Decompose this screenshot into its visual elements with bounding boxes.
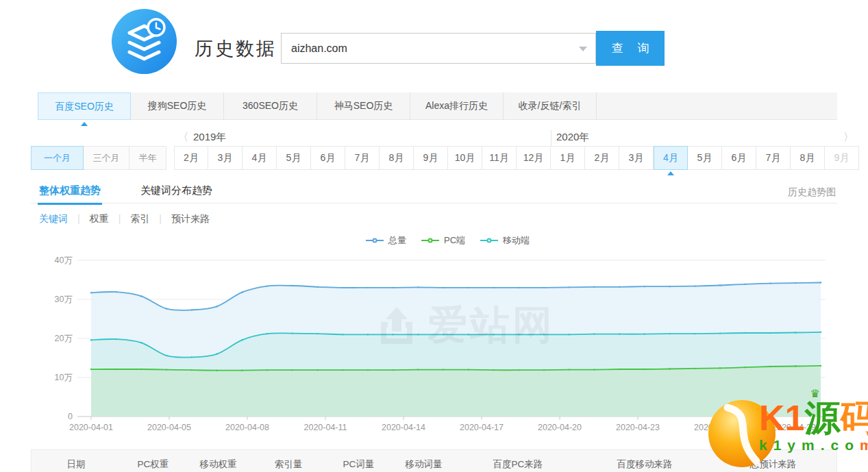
point-PC端 <box>317 369 318 371</box>
x-axis-label: 2020-04-29 <box>772 423 816 432</box>
month-2019年-6月[interactable]: 6月 <box>311 146 345 170</box>
search-input[interactable] <box>282 34 595 63</box>
month-selector: 2月3月4月5月6月7月8月9月10月11月12月1月2月3月4月5月6月7月8… <box>174 146 859 170</box>
legend-item-PC端[interactable]: PC端 <box>421 234 465 247</box>
y-axis-label: 30万 <box>55 295 73 304</box>
area-PC端 <box>91 366 821 417</box>
filter-预计来路[interactable]: 预计来路 <box>171 213 210 224</box>
point-移动端 <box>292 332 293 334</box>
filter-separator: | <box>77 213 80 224</box>
month-2019年-2月[interactable]: 2月 <box>174 146 208 170</box>
range-option-半年[interactable]: 半年 <box>129 146 166 170</box>
point-PC端 <box>644 369 645 370</box>
main-tabs: 百度SEO历史搜狗SEO历史360SEO历史神马SEO历史Alexa排行历史收录… <box>38 92 837 120</box>
month-2020年-4月[interactable]: 4月 <box>654 146 688 170</box>
filter-权重[interactable]: 权重 <box>90 213 109 224</box>
subtab-关键词分布趋势[interactable]: 关键词分布趋势 <box>139 180 214 205</box>
point-PC端 <box>443 369 444 370</box>
main-tab-Alexa排行历史[interactable]: Alexa排行历史 <box>410 92 504 120</box>
month-2019年-8月[interactable]: 8月 <box>380 146 414 170</box>
month-2019年-7月[interactable]: 7月 <box>345 146 380 170</box>
point-总量 <box>543 287 545 288</box>
point-PC端 <box>367 369 369 371</box>
point-移动端 <box>367 334 369 335</box>
x-axis-label: 2020-04-20 <box>538 423 582 432</box>
point-移动端 <box>443 334 444 335</box>
point-移动端 <box>417 334 419 335</box>
point-PC端 <box>292 369 293 371</box>
point-移动端 <box>543 334 545 335</box>
point-移动端 <box>518 334 519 335</box>
year-divider <box>551 130 551 146</box>
main-tab-收录/反链/索引[interactable]: 收录/反链/索引 <box>504 92 597 120</box>
point-移动端 <box>266 333 268 334</box>
point-总量 <box>619 286 620 288</box>
point-总量 <box>292 285 293 286</box>
filter-索引[interactable]: 索引 <box>130 213 149 224</box>
point-PC端 <box>719 367 721 369</box>
month-2019年-9月[interactable]: 9月 <box>414 146 448 170</box>
point-总量 <box>795 282 796 284</box>
point-总量 <box>166 308 167 309</box>
next-year-arrow[interactable]: 〉 <box>843 131 854 144</box>
main-tab-神马SEO历史[interactable]: 神马SEO历史 <box>317 92 410 120</box>
month-2020年-5月[interactable]: 5月 <box>688 146 722 170</box>
page-title: 历史数据 <box>195 36 277 61</box>
prev-year-arrow[interactable]: 〈 <box>178 131 188 144</box>
point-移动端 <box>619 334 620 335</box>
point-移动端 <box>317 333 318 334</box>
month-2020年-6月[interactable]: 6月 <box>722 146 756 170</box>
y-axis-label: 10万 <box>55 373 73 382</box>
page: 历史数据 查 询 百度SEO历史搜狗SEO历史360SEO历史神马SEO历史Al… <box>0 0 868 472</box>
month-2019年-10月[interactable]: 10月 <box>448 146 482 170</box>
month-2020年-1月[interactable]: 1月 <box>551 146 585 170</box>
dropdown-caret-icon[interactable] <box>579 47 587 51</box>
search-button[interactable]: 查 询 <box>596 31 665 66</box>
column-header-移动权重: 移动权重 <box>186 458 251 471</box>
legend-label: 移动端 <box>503 234 530 247</box>
point-移动端 <box>795 332 796 333</box>
range-option-三个月[interactable]: 三个月 <box>84 146 129 170</box>
filter-关键词[interactable]: 关键词 <box>39 213 68 224</box>
point-总量 <box>443 287 444 288</box>
x-axis-label: 2020-04-14 <box>382 423 425 432</box>
point-移动端 <box>593 334 595 335</box>
subtab-整体权重趋势[interactable]: 整体权重趋势 <box>38 180 102 205</box>
year-row: 〈 2019年 2020年 〉 <box>174 130 859 146</box>
legend-item-移动端[interactable]: 移动端 <box>480 234 530 247</box>
point-PC端 <box>266 369 268 371</box>
trend-subtabs: 整体权重趋势关键词分布趋势 历史趋势图 <box>31 180 837 203</box>
month-2019年-5月[interactable]: 5月 <box>277 146 311 170</box>
range-option-一个月[interactable]: 一个月 <box>31 146 84 170</box>
point-PC端 <box>216 370 217 371</box>
trend-area-chart[interactable]: 010万20万30万40万2020-04-012020-04-052020-04… <box>0 252 868 440</box>
month-2019年-4月[interactable]: 4月 <box>243 146 277 170</box>
x-axis-label: 2020-04-01 <box>69 423 113 432</box>
point-移动端 <box>116 338 117 340</box>
history-trend-link[interactable]: 历史趋势图 <box>788 186 836 199</box>
point-移动端 <box>694 333 695 334</box>
point-总量 <box>342 287 343 288</box>
month-2020年-2月[interactable]: 2月 <box>585 146 619 170</box>
month-2019年-11月[interactable]: 11月 <box>482 146 517 170</box>
month-2020年-8月[interactable]: 8月 <box>791 146 825 170</box>
point-移动端 <box>166 355 167 356</box>
main-tab-搜狗SEO历史[interactable]: 搜狗SEO历史 <box>131 92 224 120</box>
point-PC端 <box>619 369 620 370</box>
point-移动端 <box>820 332 821 333</box>
column-header-总预计来路: 总预计来路 <box>710 458 836 471</box>
point-总量 <box>392 287 393 288</box>
month-2020年-7月[interactable]: 7月 <box>756 146 791 170</box>
point-移动端 <box>216 353 217 355</box>
month-2019年-12月[interactable]: 12月 <box>517 146 551 170</box>
main-tab-百度SEO历史[interactable]: 百度SEO历史 <box>38 92 131 120</box>
column-header-移动词量: 移动词量 <box>391 458 456 471</box>
column-header-日期: 日期 <box>32 458 121 471</box>
month-2020年-9月: 9月 <box>825 146 859 170</box>
point-PC端 <box>669 368 670 369</box>
month-2020年-3月[interactable]: 3月 <box>619 146 654 170</box>
legend-item-总量[interactable]: 总量 <box>366 234 406 247</box>
main-tab-360SEO历史[interactable]: 360SEO历史 <box>224 92 317 120</box>
x-axis-label: 2020-04-08 <box>225 423 269 432</box>
month-2019年-3月[interactable]: 3月 <box>208 146 243 170</box>
